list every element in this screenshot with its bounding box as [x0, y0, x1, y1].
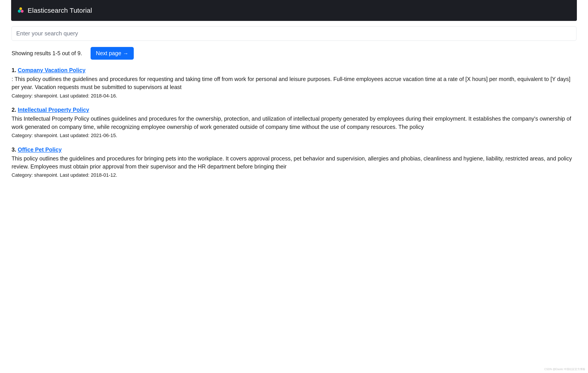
- result-title-link[interactable]: Office Pet Policy: [18, 146, 62, 153]
- result-item: 2. Intellectual Property Policy This Int…: [11, 106, 577, 139]
- result-number: 2.: [11, 107, 16, 113]
- result-meta: Category: sharepoint. Last updated: 2018…: [11, 172, 577, 179]
- result-description: This policy outlines the guidelines and …: [11, 155, 577, 171]
- next-page-label: Next page: [96, 50, 121, 57]
- result-title-line: 3. Office Pet Policy: [11, 146, 577, 154]
- result-meta: Category: sharepoint. Last updated: 2021…: [11, 132, 577, 139]
- result-title-link[interactable]: Intellectual Property Policy: [18, 107, 89, 113]
- next-page-button[interactable]: Next page →: [91, 47, 134, 60]
- app-header: Elasticsearch Tutorial: [11, 0, 577, 21]
- arrow-right-icon: →: [123, 50, 128, 57]
- result-number: 1.: [11, 67, 16, 73]
- search-input[interactable]: [11, 26, 577, 41]
- result-title-link[interactable]: Company Vacation Policy: [18, 67, 85, 73]
- results-bar: Showing results 1-5 out of 9. Next page …: [11, 47, 577, 60]
- elastic-logo-icon: [18, 7, 24, 14]
- result-description: : This policy outlines the guidelines an…: [11, 75, 577, 91]
- result-title-line: 2. Intellectual Property Policy: [11, 106, 577, 114]
- main-content: Showing results 1-5 out of 9. Next page …: [11, 21, 577, 179]
- result-number: 3.: [11, 146, 16, 153]
- results-count: Showing results 1-5 out of 9.: [11, 49, 82, 57]
- app-title: Elasticsearch Tutorial: [28, 6, 92, 15]
- result-item: 1. Company Vacation Policy : This policy…: [11, 66, 577, 99]
- result-title-line: 1. Company Vacation Policy: [11, 66, 577, 74]
- results-list: 1. Company Vacation Policy : This policy…: [11, 66, 577, 179]
- result-description: This Intellectual Property Policy outlin…: [11, 115, 577, 131]
- result-meta: Category: sharepoint. Last updated: 2018…: [11, 93, 577, 100]
- result-item: 3. Office Pet Policy This policy outline…: [11, 146, 577, 179]
